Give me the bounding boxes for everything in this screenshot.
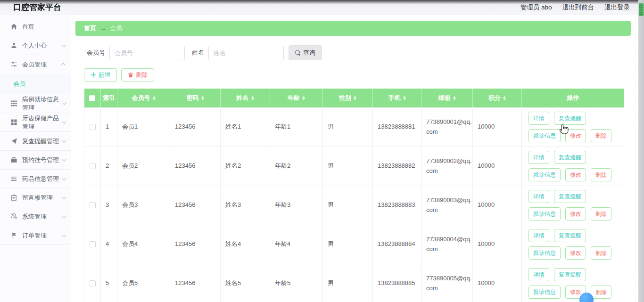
sort-icon[interactable]: [302, 95, 305, 102]
row-checkbox[interactable]: [90, 241, 96, 247]
edit-button[interactable]: 修改: [565, 207, 586, 220]
chevron-down-icon: [62, 157, 66, 162]
sidebar-item-label: 病例就诊信息管理: [22, 95, 62, 112]
sidebar-item-member-mgmt[interactable]: 会员管理: [0, 55, 71, 74]
col-gender[interactable]: 性别: [323, 89, 373, 107]
sidebar-subitem-member[interactable]: 会员: [0, 74, 71, 94]
logout-link[interactable]: 退出登录: [604, 3, 630, 12]
row-checkbox[interactable]: [90, 280, 96, 286]
cell-gender: 男: [323, 225, 373, 264]
col-password[interactable]: 密码: [170, 89, 221, 107]
sidebar-item-profile[interactable]: 个人中心: [0, 36, 71, 55]
col-points[interactable]: 积分: [473, 89, 522, 107]
sidebar-item-home[interactable]: 首页: [0, 17, 71, 36]
edit-button[interactable]: 修改: [565, 129, 586, 142]
visit-info-button[interactable]: 就诊信息: [528, 246, 561, 260]
sidebar-item-recheck-reminder[interactable]: 复查提醒管理: [0, 132, 71, 151]
search-icon: [295, 50, 301, 56]
recheck-remind-button[interactable]: 复查提醒: [554, 268, 586, 281]
table-row: 5 会员5 123456 姓名5 年龄5 男 13823888885 77389…: [84, 264, 624, 302]
row-delete-button[interactable]: 删除: [591, 129, 611, 142]
chevron-down-icon: [62, 176, 66, 180]
visit-info-button[interactable]: 就诊信息: [528, 207, 561, 220]
detail-button[interactable]: 详情: [528, 190, 549, 203]
cell-member-no: 会员2: [117, 147, 170, 186]
sort-icon[interactable]: [251, 95, 254, 102]
sidebar-item-appointment[interactable]: 预约挂号管理: [0, 151, 71, 170]
sidebar-item-system-mgmt[interactable]: 系统管理: [0, 207, 71, 226]
sort-icon[interactable]: [153, 95, 156, 102]
detail-button[interactable]: 详情: [528, 112, 549, 125]
edit-button[interactable]: 修改: [565, 246, 586, 260]
breadcrumb-current: 会员: [110, 24, 122, 33]
col-member-no[interactable]: 会员号: [117, 89, 170, 107]
cell-gender: 男: [323, 186, 373, 225]
row-delete-button[interactable]: 删除: [591, 168, 611, 181]
sort-icon[interactable]: [503, 95, 506, 102]
query-button[interactable]: 查询: [289, 45, 322, 60]
breadcrumb-home[interactable]: 首页: [84, 24, 96, 33]
trash-icon: [128, 72, 133, 78]
sort-icon[interactable]: [201, 95, 204, 102]
sort-icon[interactable]: [453, 95, 456, 102]
cell-index: 4: [101, 225, 117, 264]
cell-email: 773890002@qq.com: [421, 147, 473, 186]
col-name[interactable]: 姓名: [221, 89, 270, 107]
cell-phone: 13823888881: [373, 107, 421, 147]
detail-button[interactable]: 详情: [528, 268, 549, 281]
recheck-remind-button[interactable]: 复查提醒: [554, 190, 586, 203]
recheck-remind-button[interactable]: 复查提醒: [554, 112, 586, 125]
sidebar-item-dental-products[interactable]: 牙齿保健产品管理: [0, 113, 71, 132]
cell-gender: 男: [323, 107, 373, 147]
sidebar: 首页 个人中心 会员管理 会员 病例就诊信息管理 牙齿保健产品管理: [0, 15, 71, 302]
chevron-down-icon: [62, 195, 66, 199]
col-phone[interactable]: 手机: [373, 89, 421, 107]
row-checkbox[interactable]: [90, 124, 96, 130]
col-age[interactable]: 年龄: [270, 89, 323, 107]
recheck-remind-button[interactable]: 复查提醒: [554, 151, 586, 164]
visit-info-button[interactable]: 就诊信息: [528, 129, 561, 142]
col-email[interactable]: 邮箱: [421, 89, 473, 107]
send-icon: [10, 138, 18, 145]
recheck-remind-button[interactable]: 复查提醒: [554, 229, 586, 242]
cell-member-no: 会员3: [117, 186, 170, 225]
cell-index: 1: [101, 107, 117, 147]
sidebar-item-order-mgmt[interactable]: 订单管理: [0, 226, 71, 245]
delete-button[interactable]: 删除: [121, 68, 154, 82]
cell-points: 10000: [473, 147, 522, 186]
cell-age: 年龄3: [270, 186, 323, 225]
sidebar-item-message-board[interactable]: 留言板管理: [0, 188, 71, 207]
sidebar-item-medicine-info[interactable]: 药品信息管理: [0, 170, 71, 188]
cell-points: 10000: [473, 225, 522, 264]
row-checkbox[interactable]: [90, 163, 96, 169]
cell-actions: 详情 复查提醒 就诊信息 修改 删除: [522, 225, 624, 264]
visit-info-button[interactable]: 就诊信息: [528, 286, 561, 299]
sidebar-item-label: 会员管理: [22, 60, 47, 69]
row-checkbox[interactable]: [90, 202, 96, 208]
name-input[interactable]: [208, 46, 284, 60]
detail-button[interactable]: 详情: [528, 229, 549, 242]
sort-icon[interactable]: [403, 95, 406, 102]
cell-phone: 13823888884: [373, 225, 421, 264]
cell-password: 123456: [170, 107, 221, 147]
exit-to-front-link[interactable]: 退出到前台: [562, 3, 594, 12]
sort-icon[interactable]: [354, 95, 356, 102]
cell-actions: 详情 复查提醒 就诊信息 修改 删除: [522, 186, 624, 225]
edit-button[interactable]: 修改: [565, 168, 586, 181]
scrollbar-thumb[interactable]: [639, 3, 644, 16]
row-delete-button[interactable]: 删除: [591, 286, 611, 299]
detail-button[interactable]: 详情: [528, 151, 549, 164]
cell-member-no: 会员4: [117, 225, 170, 264]
member-no-input[interactable]: [109, 46, 185, 60]
cell-actions: 详情 复查提醒 就诊信息 修改 删除: [522, 107, 624, 147]
row-delete-button[interactable]: 删除: [591, 207, 611, 220]
select-all-checkbox[interactable]: [89, 95, 95, 101]
visit-info-button[interactable]: 就诊信息: [528, 168, 561, 181]
member-table: 索引 会员号 密码 姓名 年龄 性别 手机 邮箱 积分 操作 1 会员1 123…: [84, 89, 624, 302]
cell-gender: 男: [323, 264, 373, 302]
sidebar-item-case-visit-info[interactable]: 病例就诊信息管理: [0, 94, 71, 113]
cell-email: 773890003@qq.com: [421, 186, 473, 225]
clipboard-icon: [10, 194, 18, 202]
row-delete-button[interactable]: 删除: [591, 246, 611, 260]
add-button[interactable]: 新增: [84, 68, 117, 82]
